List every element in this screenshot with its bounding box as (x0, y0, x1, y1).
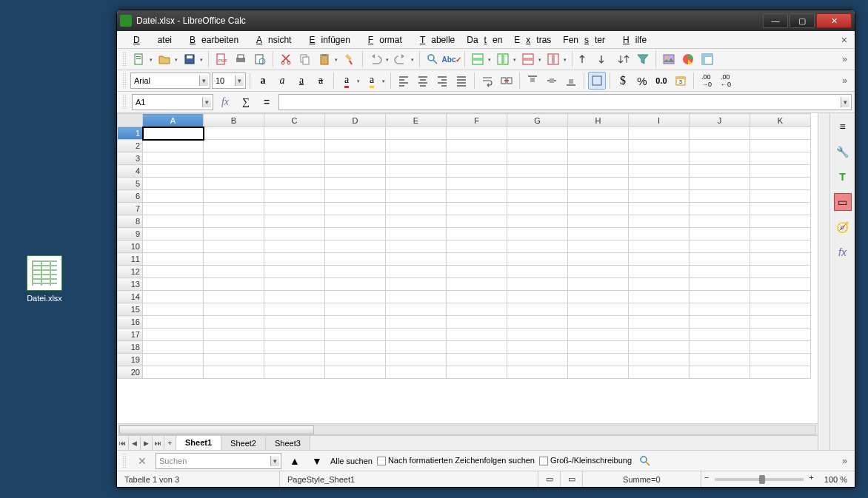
cell[interactable] (568, 354, 629, 366)
sidebar-functions-icon[interactable]: fx (834, 243, 852, 261)
cell[interactable] (325, 354, 386, 366)
date-format-button[interactable]: 3 (672, 72, 690, 90)
cell[interactable] (204, 253, 264, 266)
cell[interactable] (264, 215, 325, 228)
cell[interactable] (690, 341, 750, 354)
row-header[interactable]: 13 (118, 278, 143, 291)
cell[interactable] (386, 253, 447, 266)
cell[interactable] (690, 203, 750, 215)
row-header[interactable]: 3 (118, 152, 143, 165)
cell[interactable] (143, 152, 204, 165)
close-button[interactable]: ✕ (816, 13, 852, 28)
cell[interactable] (690, 152, 750, 165)
cell[interactable] (325, 303, 386, 316)
cell[interactable] (629, 278, 690, 291)
document-close-icon[interactable]: × (838, 34, 850, 46)
cell[interactable] (750, 266, 811, 278)
find-next-button[interactable]: ▼ (308, 452, 326, 470)
cell[interactable] (325, 278, 386, 291)
cell[interactable] (690, 178, 750, 190)
cell[interactable] (386, 266, 447, 278)
cell[interactable] (204, 354, 264, 366)
cell[interactable] (204, 329, 264, 341)
cell[interactable] (507, 266, 568, 278)
cell[interactable] (629, 303, 690, 316)
cell[interactable] (204, 203, 264, 215)
spreadsheet-grid[interactable]: ABCDEFGHIJK12345678910111213141516171819… (117, 113, 818, 423)
toolbar-grip[interactable] (122, 51, 127, 67)
cell[interactable] (447, 266, 507, 278)
name-box[interactable]: A1 (132, 94, 213, 110)
cell[interactable] (325, 266, 386, 278)
status-sum[interactable]: Summe=0 (583, 471, 701, 487)
cell[interactable] (264, 316, 325, 329)
cell[interactable] (750, 178, 811, 190)
cell[interactable] (507, 341, 568, 354)
cell[interactable] (325, 316, 386, 329)
cell[interactable] (325, 152, 386, 165)
cell[interactable] (264, 278, 325, 291)
cell[interactable] (690, 190, 750, 203)
cell[interactable] (143, 178, 204, 190)
delete-column-button[interactable] (544, 50, 562, 68)
cell[interactable] (204, 152, 264, 165)
cell[interactable] (204, 228, 264, 240)
toolbar-grip[interactable] (122, 73, 127, 89)
cell[interactable] (143, 354, 204, 366)
cell[interactable] (507, 240, 568, 253)
cell[interactable] (386, 190, 447, 203)
cell[interactable] (629, 152, 690, 165)
italic-button[interactable]: a (273, 72, 291, 90)
cell[interactable] (507, 190, 568, 203)
row-header[interactable]: 7 (118, 203, 143, 215)
cell[interactable] (690, 240, 750, 253)
column-header[interactable]: J (690, 114, 750, 127)
cell[interactable] (143, 278, 204, 291)
cell[interactable] (568, 190, 629, 203)
cell[interactable] (629, 140, 690, 152)
cell[interactable] (568, 341, 629, 354)
cell[interactable] (204, 316, 264, 329)
find-prev-button[interactable]: ▲ (286, 452, 304, 470)
menu-extras[interactable]: Extras (508, 33, 557, 47)
cell[interactable] (750, 228, 811, 240)
vertical-scrollbar[interactable] (818, 113, 829, 450)
column-header[interactable]: C (264, 114, 325, 127)
cell[interactable] (629, 127, 690, 140)
cell[interactable] (447, 253, 507, 266)
add-decimal-button[interactable]: .00→0 (698, 72, 715, 90)
cell[interactable] (447, 190, 507, 203)
cell[interactable] (447, 127, 507, 140)
cell[interactable] (629, 228, 690, 240)
cell[interactable] (325, 228, 386, 240)
cell[interactable] (447, 240, 507, 253)
zoom-slider[interactable] (715, 478, 804, 481)
cell[interactable] (264, 266, 325, 278)
cell[interactable] (690, 329, 750, 341)
cell[interactable] (325, 178, 386, 190)
cell[interactable] (386, 278, 447, 291)
row-header[interactable]: 20 (118, 366, 143, 379)
cell[interactable] (325, 366, 386, 379)
cell[interactable] (386, 366, 447, 379)
cell[interactable] (325, 240, 386, 253)
row-header[interactable]: 1 (118, 127, 143, 140)
cell[interactable] (386, 303, 447, 316)
select-all-corner[interactable] (118, 114, 143, 127)
cell[interactable] (690, 266, 750, 278)
status-pagestyle[interactable]: PageStyle_Sheet1 (280, 471, 538, 487)
sidebar-settings-icon[interactable]: ≡ (834, 118, 852, 135)
menu-bearbeiten[interactable]: Bearbeiten (178, 33, 244, 47)
sidebar-properties-icon[interactable]: 🔧 (834, 143, 852, 161)
cell[interactable] (447, 228, 507, 240)
cut-button[interactable] (277, 50, 295, 68)
find-input[interactable]: Suchen (156, 453, 281, 469)
cell[interactable] (386, 165, 447, 178)
cell[interactable] (386, 215, 447, 228)
cell[interactable] (386, 203, 447, 215)
cell[interactable] (264, 366, 325, 379)
save-button[interactable] (181, 50, 198, 68)
cell[interactable] (690, 215, 750, 228)
menu-einfuegen[interactable]: Einfügen (297, 33, 355, 47)
cell[interactable] (143, 203, 204, 215)
